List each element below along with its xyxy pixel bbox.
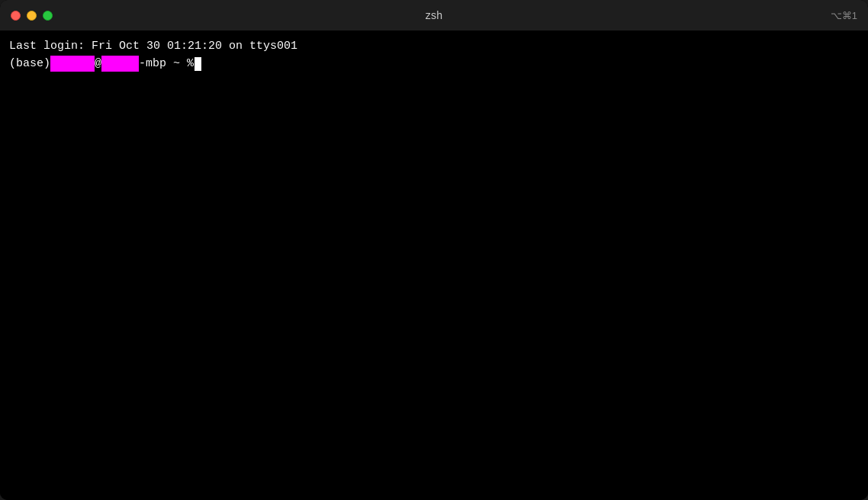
prompt-at: @	[95, 56, 101, 72]
maximize-button[interactable]	[43, 11, 53, 21]
prompt-suffix: -mbp ~ %	[139, 56, 194, 72]
minimize-button[interactable]	[27, 11, 37, 21]
login-line: Last login: Fri Oct 30 01:21:20 on ttys0…	[9, 38, 859, 54]
hostname-redacted	[101, 56, 139, 72]
keyboard-shortcut: ⌥⌘1	[831, 10, 857, 21]
traffic-lights	[11, 11, 53, 21]
terminal-window: zsh ⌥⌘1 Last login: Fri Oct 30 01:21:20 …	[0, 0, 868, 500]
prompt-line: (base) @ -mbp ~ %	[9, 56, 859, 72]
username-redacted	[50, 56, 95, 72]
titlebar: zsh ⌥⌘1	[0, 0, 868, 30]
close-button[interactable]	[11, 11, 21, 21]
window-title: zsh	[426, 9, 443, 21]
prompt-base-text: (base)	[9, 56, 50, 72]
terminal-cursor	[194, 57, 201, 71]
terminal-body[interactable]: Last login: Fri Oct 30 01:21:20 on ttys0…	[0, 30, 868, 500]
